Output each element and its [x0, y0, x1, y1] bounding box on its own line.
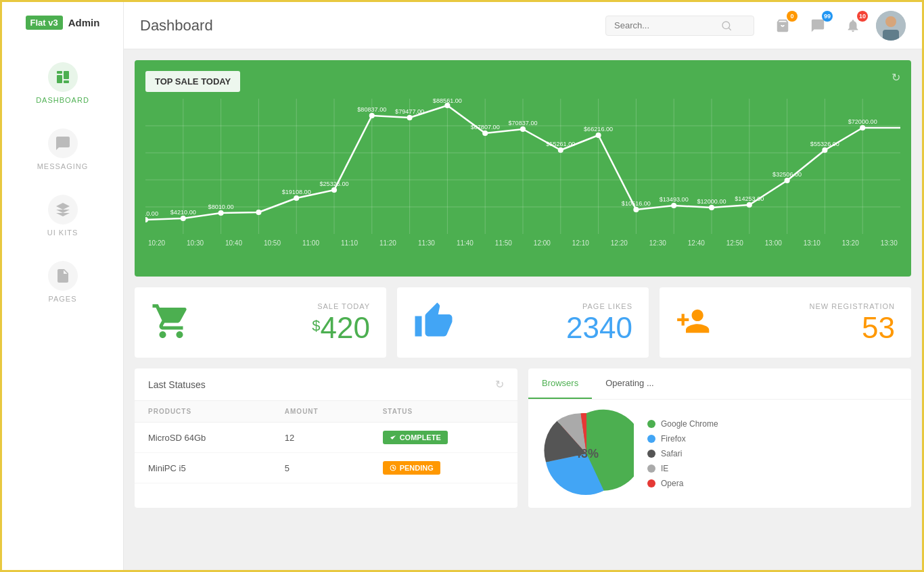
sidebar-label-dashboard: DASHBOARD [36, 96, 89, 104]
avatar[interactable] [876, 11, 906, 41]
svg-point-49 [785, 178, 790, 183]
search-bar[interactable] [605, 16, 754, 36]
product-amount: 5 [271, 453, 369, 483]
product-amount: 12 [271, 423, 369, 453]
tab-browsers[interactable]: Browsers [528, 368, 592, 399]
last-statuses-card: Last Statuses ↻ PRODUCTS AMOUNT STATUS M… [135, 368, 517, 508]
sidebar-item-uikits[interactable]: UI KITS [2, 183, 123, 249]
svg-text:$13493.00: $13493.00 [660, 196, 689, 203]
chart-area: $2810.00 $4210.00 $8010.00 $19108.00 $25… [145, 99, 900, 261]
sidebar: Flat v3 Admin DASHBOARD MESSAGING UI KIT… [2, 2, 124, 570]
col-products: PRODUCTS [135, 401, 271, 423]
svg-text:$88561.00: $88561.00 [433, 99, 462, 104]
logo-badge: Flat v3 [26, 16, 63, 30]
tab-operating[interactable]: Operating ... [592, 368, 668, 399]
content-area: TOP SALE TODAY ↻ [124, 49, 922, 570]
user-add-stat-icon [676, 301, 716, 344]
svg-rect-2 [64, 71, 69, 79]
browser-chart-card: Browsers Operating ... [528, 368, 911, 508]
stats-row: SALE TODAY $420 PAGE LIKES 2340 [135, 287, 911, 358]
table-row: MicroSD 64Gb 12 COMPLETE [135, 423, 517, 453]
sidebar-item-pages[interactable]: PAGES [2, 249, 123, 315]
sale-today-info: SALE TODAY $420 [205, 302, 370, 343]
table-row: MiniPC i5 5 PENDING [135, 453, 517, 483]
stat-sale-today: SALE TODAY $420 [135, 287, 386, 358]
safari-dot [647, 450, 655, 458]
messaging-icon [48, 128, 78, 158]
sidebar-item-dashboard[interactable]: DASHBOARD [2, 50, 123, 116]
svg-rect-1 [57, 75, 62, 83]
main-area: Dashboard 0 99 10 [124, 2, 922, 570]
svg-text:$66216.00: $66216.00 [584, 126, 613, 133]
svg-point-44 [596, 133, 601, 138]
svg-point-39 [407, 115, 413, 120]
sidebar-item-messaging[interactable]: MESSAGING [2, 116, 123, 183]
last-statuses-header: Last Statuses ↻ [135, 368, 517, 401]
pie-chart: 43% [539, 406, 634, 501]
cart-button[interactable]: 0 [770, 14, 795, 38]
chart-time-labels: 10:20 10:30 10:40 10:50 11:00 11:10 11:2… [145, 239, 900, 247]
safari-label: Safari [661, 449, 682, 458]
search-icon [721, 20, 732, 31]
browser-legend: Google Chrome Firefox Safari IE [647, 419, 718, 488]
svg-text:$8010.00: $8010.00 [208, 204, 234, 210]
svg-text:$55261.00: $55261.00 [546, 141, 575, 147]
svg-text:$72000.00: $72000.00 [848, 118, 877, 125]
chart-svg: $2810.00 $4210.00 $8010.00 $19108.00 $25… [145, 99, 900, 234]
svg-point-35 [256, 210, 261, 215]
logo-text: Admin [68, 17, 100, 28]
svg-text:$79477.00: $79477.00 [395, 108, 424, 115]
cart-badge: 0 [787, 11, 798, 22]
cart-stat-icon [151, 301, 191, 344]
svg-text:$12000.00: $12000.00 [697, 198, 726, 205]
status-badge-complete: COMPLETE [383, 431, 448, 444]
svg-point-51 [860, 125, 865, 130]
opera-label: Opera [661, 479, 683, 488]
search-input[interactable] [614, 20, 716, 30]
svg-text:$67807.00: $67807.00 [471, 124, 500, 130]
alerts-button[interactable]: 10 [841, 14, 865, 38]
svg-text:$2810.00: $2810.00 [145, 210, 158, 217]
header-actions: 0 99 10 [770, 11, 906, 41]
svg-point-32 [145, 217, 148, 222]
browser-tabs: Browsers Operating ... [528, 368, 911, 400]
dashboard-icon [48, 62, 78, 92]
legend-safari: Safari [647, 449, 718, 458]
new-reg-info: NEW REGISTRATION 53 [730, 302, 895, 343]
svg-point-42 [520, 126, 526, 132]
chart-title: TOP SALE TODAY [145, 71, 240, 92]
col-amount: AMOUNT [271, 401, 369, 423]
page-likes-value: 2340 [467, 313, 632, 343]
svg-point-41 [482, 130, 488, 136]
svg-point-38 [369, 113, 375, 118]
thumbsup-stat-icon [413, 301, 454, 344]
sidebar-label-uikits: UI KITS [47, 229, 78, 237]
pie-center-label: 43% [574, 447, 599, 461]
svg-point-7 [885, 16, 896, 27]
status-badge-pending: PENDING [383, 461, 440, 475]
firefox-dot [647, 435, 655, 443]
ie-dot [647, 464, 655, 473]
new-reg-label: NEW REGISTRATION [730, 302, 895, 310]
legend-ie: IE [647, 464, 718, 473]
stat-page-likes: PAGE LIKES 2340 [397, 287, 649, 358]
svg-point-45 [633, 207, 639, 212]
svg-point-47 [709, 205, 714, 210]
legend-chrome: Google Chrome [647, 419, 718, 429]
col-status: STATUS [369, 401, 517, 423]
header: Dashboard 0 99 10 [124, 2, 922, 49]
product-status: PENDING [369, 453, 517, 483]
browser-content: 43% Google Chrome Firefox [528, 400, 911, 508]
svg-rect-8 [883, 30, 899, 41]
legend-opera: Opera [647, 479, 718, 488]
stat-new-registration: NEW REGISTRATION 53 [660, 287, 911, 358]
chart-refresh-button[interactable]: ↻ [892, 71, 900, 84]
uikits-icon [48, 195, 78, 224]
last-statuses-refresh[interactable]: ↻ [495, 378, 504, 391]
product-status: COMPLETE [369, 423, 517, 453]
product-name: MiniPC i5 [135, 453, 271, 483]
bottom-row: Last Statuses ↻ PRODUCTS AMOUNT STATUS M… [135, 368, 911, 508]
messages-button[interactable]: 99 [806, 14, 830, 38]
sale-today-label: SALE TODAY [205, 302, 370, 310]
svg-point-50 [822, 147, 827, 153]
